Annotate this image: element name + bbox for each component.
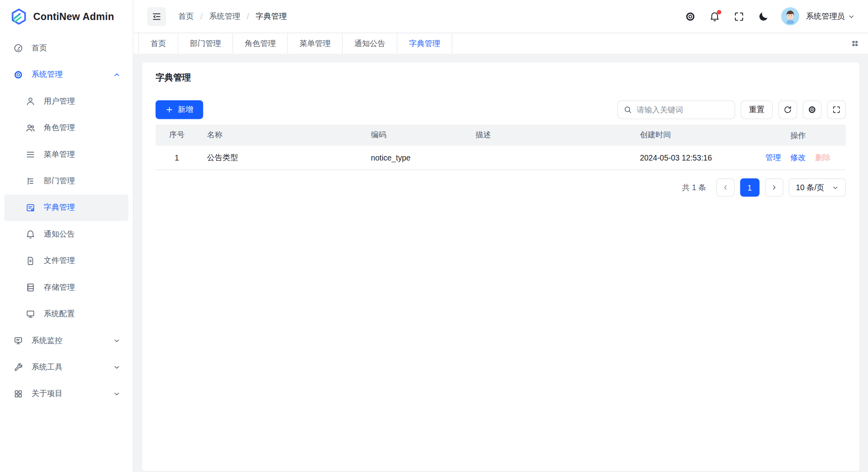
tab-dept-management[interactable]: 部门管理	[178, 33, 233, 54]
sidebar-item-label: 关于项目	[32, 389, 62, 399]
tab-dict-management[interactable]: 字典管理	[397, 33, 452, 54]
sidebar-item-role-management[interactable]: 角色管理	[4, 114, 128, 141]
tab-label: 首页	[150, 38, 166, 48]
pagination-next-button[interactable]	[765, 179, 783, 197]
keyword-search-input[interactable]	[637, 105, 729, 114]
current-user-name[interactable]: 系统管理员	[806, 11, 845, 21]
search-icon	[623, 105, 632, 114]
tabs-menu-grid-icon[interactable]	[842, 33, 868, 54]
manage-link[interactable]: 管理	[765, 153, 781, 163]
dict-management-card: 字典管理 新增	[142, 62, 859, 471]
sidebar-item-label: 首页	[32, 43, 47, 53]
top-header: 首页 / 系统管理 / 字典管理	[133, 0, 868, 33]
menu-lines-icon	[26, 150, 36, 160]
logo-row[interactable]: ContiNew Admin	[0, 0, 133, 33]
pagination-total: 共 1 条	[682, 183, 706, 193]
sidebar-item-system-monitor[interactable]: 系统监控	[4, 327, 128, 354]
chevron-down-icon	[113, 364, 120, 371]
chevron-down-icon	[113, 390, 120, 398]
sidebar-item-label: 系统管理	[32, 70, 62, 80]
chevron-up-icon	[113, 71, 120, 78]
bell-icon	[26, 229, 36, 239]
reset-button[interactable]: 重置	[741, 100, 773, 119]
breadcrumb-item-home[interactable]: 首页	[178, 11, 194, 21]
sidebar-item-dict-management[interactable]: 字典管理	[4, 195, 128, 221]
sidebar-item-dept-management[interactable]: 部门管理	[4, 168, 128, 194]
chevron-down-icon[interactable]	[848, 12, 855, 20]
sidebar-item-label: 通知公告	[44, 229, 74, 239]
breadcrumb-item-system[interactable]: 系统管理	[209, 11, 240, 21]
sidebar-item-file-management[interactable]: 文件管理	[4, 248, 128, 274]
sidebar-item-label: 系统配置	[44, 309, 74, 319]
breadcrumb: 首页 / 系统管理 / 字典管理	[178, 11, 287, 21]
notification-bell-icon[interactable]	[709, 11, 720, 22]
delete-link[interactable]: 删除	[815, 153, 831, 163]
storage-icon	[26, 283, 36, 293]
sidebar-item-label: 存储管理	[44, 283, 74, 293]
settings-gear-icon[interactable]	[685, 11, 696, 22]
sidebar-menu: 首页 系统管理	[0, 33, 133, 407]
dict-table: 序号 名称 编码 描述 创建时间 操作 1 公告类型 notice_type 2…	[156, 125, 846, 170]
sidebar-item-home[interactable]: 首页	[4, 35, 128, 61]
breadcrumb-item-current: 字典管理	[256, 11, 287, 21]
app-title: ContiNew Admin	[33, 11, 114, 22]
column-header-created-at: 创建时间	[631, 130, 750, 140]
main-area: 首页 / 系统管理 / 字典管理	[133, 0, 868, 472]
row-created-at: 2024-05-03 12:53:16	[631, 153, 750, 162]
tab-role-management[interactable]: 角色管理	[233, 33, 288, 54]
pagination-page-1[interactable]: 1	[740, 179, 759, 197]
app-logo-icon	[10, 8, 28, 25]
chevron-right-icon	[770, 184, 778, 191]
wrench-icon	[13, 362, 23, 372]
sidebar-item-system-config[interactable]: 系统配置	[4, 301, 128, 327]
tab-menu-management[interactable]: 菜单管理	[288, 33, 343, 54]
sidebar-item-user-management[interactable]: 用户管理	[4, 88, 128, 114]
pagination-prev-button[interactable]	[716, 179, 734, 197]
table-fullscreen-button[interactable]	[827, 100, 846, 119]
add-button[interactable]: 新增	[156, 100, 203, 119]
row-name: 公告类型	[198, 153, 362, 163]
refresh-button[interactable]	[778, 100, 797, 119]
monitor-icon	[26, 309, 36, 319]
users-icon	[26, 123, 36, 133]
column-settings-button[interactable]	[803, 100, 822, 119]
sidebar-item-notice[interactable]: 通知公告	[4, 221, 128, 247]
app-window: ContiNew Admin 首页 系统管理	[0, 0, 868, 472]
column-header-description: 描述	[467, 130, 631, 140]
tab-label: 角色管理	[245, 38, 275, 48]
column-header-code: 编码	[362, 130, 467, 140]
sidebar-item-label: 用户管理	[44, 96, 74, 106]
row-code: notice_type	[362, 153, 467, 162]
fullscreen-icon[interactable]	[734, 11, 745, 22]
edit-link[interactable]: 修改	[790, 153, 806, 163]
chevron-left-icon	[722, 184, 729, 191]
sidebar: ContiNew Admin 首页 系统管理	[0, 0, 133, 472]
table-header-row: 序号 名称 编码 描述 创建时间 操作	[156, 125, 846, 146]
dark-mode-moon-icon[interactable]	[758, 11, 769, 22]
notification-badge	[717, 10, 721, 14]
tree-icon	[26, 176, 36, 186]
sidebar-item-menu-management[interactable]: 菜单管理	[4, 141, 128, 168]
sidebar-item-storage-management[interactable]: 存储管理	[4, 274, 128, 301]
tab-label: 通知公告	[354, 38, 385, 48]
open-tabs-bar: 首页 部门管理 角色管理 菜单管理 通知公告 字典管理	[133, 33, 868, 54]
sidebar-item-label: 系统工具	[32, 362, 62, 372]
breadcrumb-separator: /	[247, 12, 249, 21]
add-button-label: 新增	[178, 105, 193, 115]
gear-icon	[13, 70, 23, 80]
plus-icon	[166, 106, 173, 113]
sidebar-item-label: 字典管理	[44, 203, 74, 213]
tab-home[interactable]: 首页	[138, 33, 178, 54]
sidebar-item-about-project[interactable]: 关于项目	[4, 381, 128, 407]
row-index: 1	[156, 153, 198, 162]
user-avatar[interactable]	[781, 7, 800, 26]
tab-label: 字典管理	[409, 38, 440, 48]
page-size-select[interactable]: 10 条/页	[789, 179, 846, 197]
sidebar-collapse-button[interactable]	[147, 7, 166, 26]
tab-notice[interactable]: 通知公告	[343, 33, 397, 54]
content-area: 字典管理 新增	[133, 54, 868, 472]
column-header-name: 名称	[198, 130, 362, 140]
row-actions: 管理 修改 删除	[750, 153, 846, 163]
sidebar-item-system-management[interactable]: 系统管理	[4, 62, 128, 88]
sidebar-item-system-tools[interactable]: 系统工具	[4, 354, 128, 380]
